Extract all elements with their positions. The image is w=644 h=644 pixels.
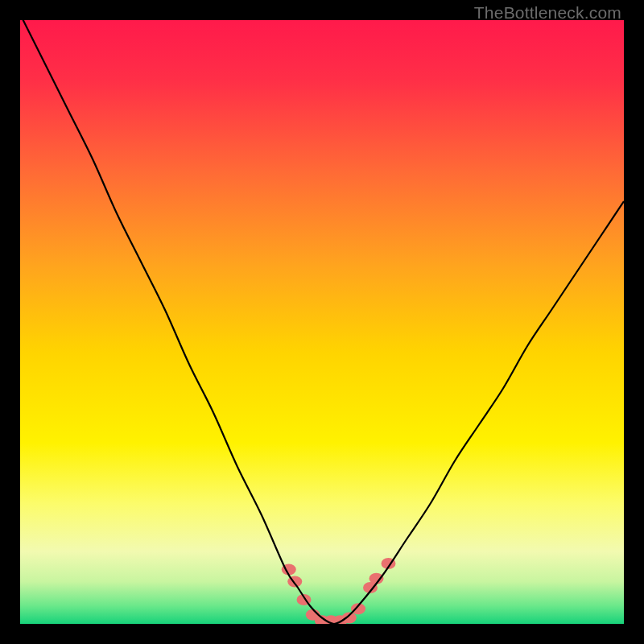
chart-frame: TheBottleneck.com: [0, 0, 644, 644]
gradient-background: [20, 20, 624, 624]
gradient-rect: [20, 20, 624, 624]
plot-area: [20, 20, 624, 624]
